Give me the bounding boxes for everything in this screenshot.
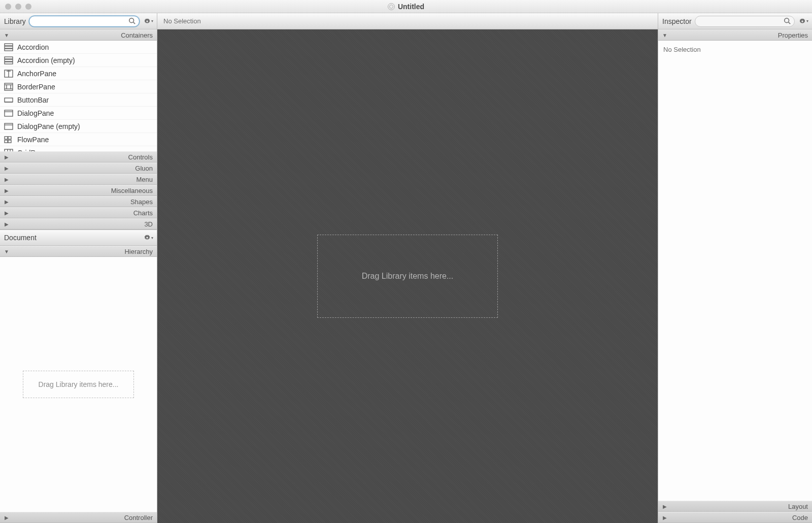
selection-status-bar: No Selection [157, 13, 658, 29]
library-search-input[interactable] [29, 16, 140, 27]
section-label: Shapes [11, 198, 153, 206]
chevron-down-icon: ▾ [151, 236, 153, 240]
library-item[interactable]: ButtonBar [0, 93, 157, 107]
library-item[interactable]: GridPane [0, 146, 157, 151]
library-section-shapes[interactable]: ▶ Shapes [0, 196, 157, 207]
library-containers-list: AccordionAccordion (empty)AnchorPaneBord… [0, 41, 157, 151]
library-menu-button[interactable]: ▾ [143, 16, 154, 27]
zoom-window-button[interactable] [25, 4, 31, 10]
section-label: 3D [11, 220, 153, 228]
disclosure-right-icon: ▶ [4, 221, 9, 227]
library-item[interactable]: DialogPane (empty) [0, 120, 157, 133]
close-window-button[interactable] [5, 4, 11, 10]
svg-rect-17 [5, 98, 13, 102]
library-item[interactable]: Accordion [0, 41, 157, 54]
inspector-section-properties[interactable]: ▼ Properties [658, 29, 812, 41]
svg-rect-2 [5, 44, 13, 46]
svg-rect-19 [5, 110, 13, 116]
section-label: Layout [669, 503, 808, 510]
selection-status-text: No Selection [163, 17, 201, 25]
inspector-panel-header: Inspector ▾ [658, 13, 812, 29]
svg-rect-6 [5, 59, 13, 61]
search-icon [784, 17, 791, 24]
library-item[interactable]: AnchorPane [0, 67, 157, 80]
accordion-icon [4, 43, 13, 51]
library-item[interactable]: BorderPane [0, 80, 157, 93]
disclosure-down-icon: ▼ [4, 249, 9, 254]
library-section-charts[interactable]: ▶ Charts [0, 207, 157, 218]
inspector-search-input[interactable] [695, 16, 795, 27]
disclosure-right-icon: ▶ [4, 166, 9, 171]
library-item[interactable]: Accordion (empty) [0, 54, 157, 67]
library-section-controls[interactable]: ▶ Controls [0, 151, 157, 162]
dialogpane-icon [4, 109, 13, 117]
search-icon [128, 17, 136, 24]
document-section-controller[interactable]: ▶ Controller [0, 512, 157, 523]
inspector-menu-button[interactable]: ▾ [798, 16, 809, 27]
library-section-menu[interactable]: ▶ Menu [0, 174, 157, 185]
library-section-3d[interactable]: ▶ 3D [0, 218, 157, 230]
inspector-properties-body: No Selection [658, 41, 812, 501]
document-panel-header: Document ▾ [0, 230, 157, 246]
dialogpane-icon [4, 122, 13, 130]
borderpane-icon [4, 83, 13, 91]
library-item-label: Accordion [17, 43, 49, 51]
disclosure-right-icon: ▶ [662, 504, 667, 509]
library-item[interactable]: FlowPane [0, 133, 157, 146]
svg-rect-7 [5, 62, 13, 64]
minimize-window-button[interactable] [15, 4, 21, 10]
hierarchy-drop-hint: Drag Library items here... [23, 371, 134, 398]
library-item-label: DialogPane (empty) [17, 122, 80, 130]
document-title: Document [4, 234, 37, 242]
library-item-label: AnchorPane [17, 70, 56, 78]
canvas-drop-target[interactable]: Drag Library items here... [317, 235, 498, 318]
svg-line-32 [789, 22, 791, 24]
design-canvas[interactable]: Drag Library items here... [157, 29, 658, 523]
gear-icon [144, 18, 151, 25]
library-section-miscellaneous[interactable]: ▶ Miscellaneous [0, 185, 157, 196]
disclosure-right-icon: ▶ [662, 515, 667, 520]
library-item-label: FlowPane [17, 136, 49, 144]
svg-rect-27 [5, 149, 13, 152]
library-item-label: GridPane [17, 149, 47, 152]
gear-icon [799, 18, 806, 25]
inspector-section-layout[interactable]: ▶ Layout [658, 501, 812, 512]
inspector-section-code[interactable]: ▶ Code [658, 512, 812, 523]
library-title: Library [4, 17, 26, 25]
library-item-label: ButtonBar [17, 96, 49, 104]
window-title: Untitled [398, 3, 424, 11]
svg-rect-24 [8, 137, 11, 139]
window-controls [0, 4, 31, 10]
library-section-gluon[interactable]: ▶ Gluon [0, 162, 157, 174]
library-section-containers[interactable]: ▼ Containers [0, 29, 157, 41]
flowpane-icon [4, 136, 13, 144]
hierarchy-drop-zone[interactable]: Drag Library items here... [0, 257, 157, 512]
canvas-drop-hint: Drag Library items here... [362, 272, 454, 281]
app-icon [388, 3, 395, 10]
svg-rect-5 [5, 57, 13, 59]
document-section-hierarchy[interactable]: ▼ Hierarchy [0, 246, 157, 257]
svg-point-31 [785, 18, 789, 22]
svg-rect-12 [5, 83, 13, 90]
svg-rect-25 [5, 140, 8, 143]
gear-icon [144, 234, 151, 241]
section-label: Menu [11, 176, 153, 183]
svg-rect-3 [5, 46, 13, 48]
disclosure-right-icon: ▶ [4, 154, 9, 160]
chevron-down-icon: ▾ [151, 19, 153, 23]
svg-point-0 [129, 18, 134, 22]
section-label: Hierarchy [11, 248, 153, 255]
library-item-label: Accordion (empty) [17, 56, 75, 64]
section-label: Controller [11, 514, 153, 521]
svg-rect-21 [5, 123, 13, 129]
buttonbar-icon [4, 96, 13, 104]
library-item[interactable]: DialogPane [0, 107, 157, 120]
document-menu-button[interactable]: ▾ [143, 232, 154, 243]
svg-rect-26 [8, 140, 11, 143]
gridpane-icon [4, 149, 13, 152]
disclosure-right-icon: ▶ [4, 177, 9, 182]
section-label: Properties [669, 31, 808, 39]
library-item-label: BorderPane [17, 83, 55, 91]
section-label: Miscellaneous [11, 187, 153, 194]
chevron-down-icon: ▾ [806, 19, 808, 23]
